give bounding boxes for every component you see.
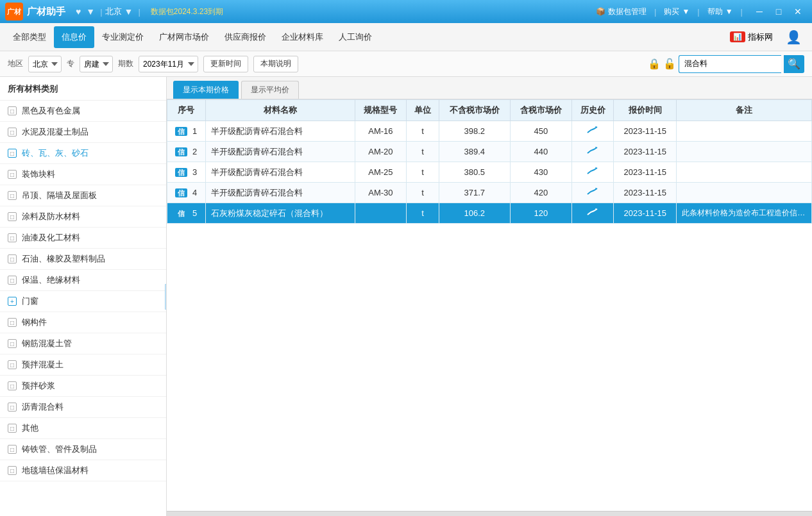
update-time-btn[interactable]: 更新时间 xyxy=(203,56,248,72)
help-btn[interactable]: 帮助 ▼ xyxy=(702,4,738,20)
nav-item-infoprice[interactable]: 信息价 xyxy=(54,26,94,48)
app-name: 广材助手 xyxy=(27,6,65,18)
sidebar-item-carpet[interactable]: □ 地毯墙毡保温材料 xyxy=(0,460,166,481)
table-row[interactable]: 信 1 半开级配沥青碎石混合料 AM-16 t 398.2 450 2023-1… xyxy=(167,121,812,142)
unlock-icon[interactable]: 🔓 xyxy=(663,58,676,70)
cell-trend-4[interactable] xyxy=(571,203,614,224)
search-input[interactable] xyxy=(679,55,781,73)
minimize-btn[interactable]: ─ xyxy=(750,3,768,21)
heart-icon[interactable]: ♥ xyxy=(73,5,83,18)
maximize-btn[interactable]: □ xyxy=(770,3,788,21)
special-select[interactable]: 房建 xyxy=(80,56,113,72)
purchase-btn[interactable]: 购买 ▼ xyxy=(659,4,695,20)
sidebar-item-oil[interactable]: □ 石油、橡胶及塑料制品 xyxy=(0,249,166,270)
sidebar-item-castiron[interactable]: □ 铸铁管、管件及制品 xyxy=(0,439,166,460)
cell-name-3: 半开级配沥青碎石混合料 xyxy=(205,183,355,203)
location-dropdown-icon[interactable]: ▼ xyxy=(122,5,136,18)
cell-name-0: 半开级配沥青碎石混合料 xyxy=(205,121,355,142)
sidebar-item-metals[interactable]: □ 黑色及有色金属 xyxy=(0,101,166,122)
user-icon: 👤 xyxy=(786,29,802,45)
period-desc-btn[interactable]: 本期说明 xyxy=(253,56,298,72)
tab-bar: 显示本期价格 显示平均价 xyxy=(167,77,812,99)
cell-unit-3: t xyxy=(407,183,439,203)
xin-badge-1: 信 xyxy=(175,147,187,156)
col-unit: 单位 xyxy=(407,100,439,121)
zhibiao-logo: 📊 xyxy=(730,31,745,42)
sidebar-item-ceiling[interactable]: □ 吊顶、隔墙及屋面板 xyxy=(0,185,166,206)
trend-chart-icon-3[interactable] xyxy=(586,187,599,197)
table-row[interactable]: 信 2 半开级配沥青碎石混合料 AM-20 t 389.4 440 2023-1… xyxy=(167,142,812,162)
sidebar-collapse-handle[interactable]: ◀ xyxy=(165,284,167,310)
user-btn[interactable]: 👤 xyxy=(781,27,807,47)
table-header-row: 序号 材料名称 规格型号 单位 不含税市场价 含税市场价 历史价 报价时间 备注 xyxy=(167,100,812,121)
cell-trend-1[interactable] xyxy=(571,142,614,162)
sidebar-item-decor[interactable]: □ 装饰块料 xyxy=(0,164,166,185)
lock-icon[interactable]: 🔒 xyxy=(648,58,661,70)
sidebar-item-other[interactable]: □ 其他 xyxy=(0,418,166,439)
sidebar-item-brick[interactable]: □ 砖、瓦、灰、砂石 xyxy=(0,143,166,164)
nav-item-manual[interactable]: 人工询价 xyxy=(331,26,380,48)
cell-seq-4: 信 5 xyxy=(167,203,206,224)
sidebar-item-paint[interactable]: □ 油漆及化工材料 xyxy=(0,228,166,249)
help-dropdown-icon: ▼ xyxy=(725,7,733,16)
dropdown-icon[interactable]: ▼ xyxy=(83,5,97,18)
file-icon-ceiling: □ xyxy=(8,191,17,200)
location-selector[interactable]: 北京 xyxy=(105,6,122,17)
col-spec: 规格型号 xyxy=(355,100,407,121)
cell-intax-1: 440 xyxy=(510,142,571,162)
cell-date-3: 2023-11-15 xyxy=(614,183,677,203)
title-bar: 广材 广材助手 ♥ ▼ | 北京 ▼ | 数据包2024.3.23到期 📦 数据… xyxy=(0,0,812,23)
nav-item-market[interactable]: 广材网市场价 xyxy=(151,26,217,48)
cell-intax-3: 420 xyxy=(510,183,571,203)
close-btn[interactable]: ✕ xyxy=(789,3,807,21)
sidebar-item-rcpipe[interactable]: □ 钢筋混凝土管 xyxy=(0,333,166,354)
nav-item-enterprise[interactable]: 企业材料库 xyxy=(274,26,331,48)
table-row[interactable]: 信 4 半开级配沥青碎石混合料 AM-30 t 371.7 420 2023-1… xyxy=(167,183,812,203)
file-icon-castiron: □ xyxy=(8,445,17,454)
file-icon-carpet: □ xyxy=(8,466,17,475)
sidebar-item-readymix[interactable]: □ 预拌混凝土 xyxy=(0,354,166,376)
table-row[interactable]: 信 5 石灰粉煤灰稳定碎石（混合料） t 106.2 120 2023-11-1… xyxy=(167,203,812,224)
cell-unit-4: t xyxy=(407,203,439,224)
cell-trend-3[interactable] xyxy=(571,183,614,203)
col-extax: 不含税市场价 xyxy=(439,100,510,121)
file-icon-decor: □ xyxy=(8,170,17,179)
sidebar-item-steel[interactable]: □ 钢构件 xyxy=(0,312,166,333)
trend-chart-icon-4[interactable] xyxy=(586,207,599,217)
cell-trend-0[interactable] xyxy=(571,121,614,142)
horizontal-scrollbar[interactable] xyxy=(167,511,812,516)
price-table: 序号 材料名称 规格型号 单位 不含税市场价 含税市场价 历史价 报价时间 备注… xyxy=(167,99,812,224)
search-btn[interactable]: 🔍 xyxy=(784,55,804,73)
region-select[interactable]: 北京 xyxy=(28,56,62,72)
sidebar-item-insulation[interactable]: □ 保温、绝缘材料 xyxy=(0,270,166,291)
nav-item-alltype[interactable]: 全部类型 xyxy=(5,26,54,48)
table-row[interactable]: 信 3 半开级配沥青碎石混合料 AM-25 t 380.5 430 2023-1… xyxy=(167,162,812,183)
file-icon-coating: □ xyxy=(8,212,17,221)
cell-unit-0: t xyxy=(407,121,439,142)
trend-chart-icon-0[interactable] xyxy=(586,125,599,135)
zhibiao-btn[interactable]: 📊 指标网 xyxy=(725,29,778,46)
cell-trend-2[interactable] xyxy=(571,162,614,183)
file-icon-brick: □ xyxy=(8,149,17,158)
tab-avg-price[interactable]: 显示平均价 xyxy=(241,81,299,99)
cell-date-1: 2023-11-15 xyxy=(614,142,677,162)
cell-name-4: 石灰粉煤灰稳定碎石（混合料） xyxy=(205,203,355,224)
trend-chart-icon-1[interactable] xyxy=(586,146,599,156)
trend-chart-icon-2[interactable] xyxy=(586,166,599,176)
sidebar-item-door[interactable]: + 门窗 xyxy=(0,291,166,312)
col-intax: 含税市场价 xyxy=(510,100,571,121)
nav-item-profprice[interactable]: 专业测定价 xyxy=(94,26,151,48)
sidebar-item-asphalt[interactable]: □ 沥青混合料 xyxy=(0,397,166,418)
cell-intax-0: 450 xyxy=(510,121,571,142)
cell-seq-0: 信 1 xyxy=(167,121,206,142)
nav-item-supplier[interactable]: 供应商报价 xyxy=(217,26,274,48)
tab-current-price[interactable]: 显示本期价格 xyxy=(173,81,239,99)
cell-intax-2: 430 xyxy=(510,162,571,183)
cell-unit-2: t xyxy=(407,162,439,183)
sidebar-item-mortar[interactable]: □ 预拌砂浆 xyxy=(0,376,166,397)
period-select[interactable]: 2023年11月 xyxy=(139,56,198,72)
file-icon-asphalt: □ xyxy=(8,403,17,412)
sidebar-item-coating[interactable]: □ 涂料及防水材料 xyxy=(0,206,166,228)
data-manage-btn[interactable]: 📦 数据包管理 xyxy=(591,4,652,20)
sidebar-item-cement[interactable]: □ 水泥及混凝土制品 xyxy=(0,122,166,143)
